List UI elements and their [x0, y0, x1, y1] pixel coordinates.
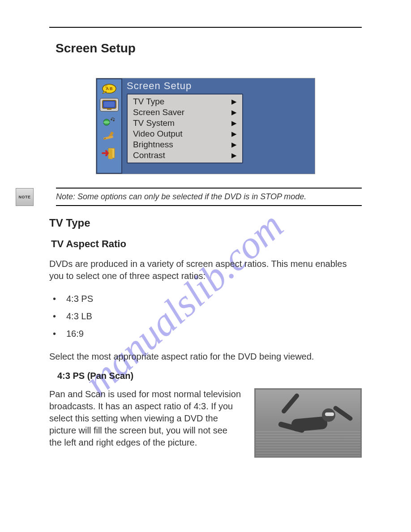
note-text: Note: Some options can only be selected … [56, 192, 362, 202]
top-rule [49, 27, 362, 28]
osd-main: Screen Setup TV Type▶ Screen Saver▶ TV S… [122, 78, 315, 174]
svg-point-10 [113, 120, 115, 121]
list-item: 16:9 [53, 325, 362, 343]
pan-scan-paragraph: Pan and Scan is used for most normal tel… [49, 388, 241, 449]
custom-icon [100, 130, 119, 144]
osd-screenshot: A BC Screen Setup TV Type▶ [49, 78, 362, 174]
chevron-right-icon: ▶ [231, 108, 237, 116]
chevron-right-icon: ▶ [231, 141, 237, 149]
osd-title: Screen Setup [127, 80, 310, 92]
osd-item-brightness: Brightness▶ [133, 139, 237, 150]
svg-rect-6 [107, 108, 111, 110]
osd-item-label: Contrast [133, 150, 165, 160]
osd-item-label: Video Output [133, 129, 183, 139]
chevron-right-icon: ▶ [231, 98, 237, 106]
intro-paragraph: DVDs are produced in a variety of screen… [49, 258, 362, 282]
osd-menu-box: TV Type▶ Screen Saver▶ TV System▶ Video … [127, 94, 243, 163]
osd-item-label: Brightness [133, 140, 173, 150]
pan-scan-row: Pan and Scan is used for most normal tel… [49, 388, 362, 458]
list-item: 4:3 LB [53, 308, 362, 325]
exit-icon [100, 146, 119, 160]
osd-item-label: TV System [133, 118, 175, 128]
osd-item-label: TV Type [133, 97, 164, 107]
osd-panel: A BC Screen Setup TV Type▶ [96, 78, 315, 174]
page-content: Screen Setup A BC [0, 0, 411, 458]
osd-item-label: Screen Saver [133, 107, 184, 117]
svg-rect-12 [103, 136, 114, 140]
pan-scan-illustration [254, 388, 362, 458]
osd-item-video-output: Video Output▶ [133, 129, 237, 139]
heading-tv-type: TV Type [49, 217, 362, 229]
chevron-right-icon: ▶ [231, 119, 237, 127]
note-block: NOTE Note: Some options can only be sele… [16, 188, 362, 206]
page-title: Screen Setup [56, 41, 362, 56]
osd-item-screen-saver: Screen Saver▶ [133, 107, 237, 118]
svg-point-9 [111, 119, 112, 120]
osd-item-tv-type: TV Type▶ [133, 96, 237, 107]
note-text-wrap: Note: Some options can only be selected … [56, 188, 362, 206]
osd-sidebar: A BC [96, 78, 122, 174]
aspect-ratio-list: 4:3 PS 4:3 LB 16:9 [53, 290, 362, 343]
language-icon: A BC [100, 82, 119, 95]
svg-rect-14 [108, 149, 112, 159]
svg-rect-5 [104, 102, 115, 107]
list-item: 4:3 PS [53, 290, 362, 308]
heading-pan-scan: 4:3 PS (Pan Scan) [57, 371, 362, 381]
osd-item-contrast: Contrast▶ [133, 150, 237, 161]
after-list-paragraph: Select the most appropriate aspect ratio… [49, 351, 362, 363]
audio-icon [100, 114, 119, 128]
svg-text:C: C [105, 85, 107, 88]
note-badge: NOTE [16, 188, 34, 206]
chevron-right-icon: ▶ [231, 151, 237, 159]
osd-item-tv-system: TV System▶ [133, 118, 237, 129]
chevron-right-icon: ▶ [231, 130, 237, 138]
svg-point-8 [103, 121, 110, 124]
screen-icon [100, 98, 119, 112]
heading-aspect-ratio: TV Aspect Ratio [51, 238, 362, 250]
